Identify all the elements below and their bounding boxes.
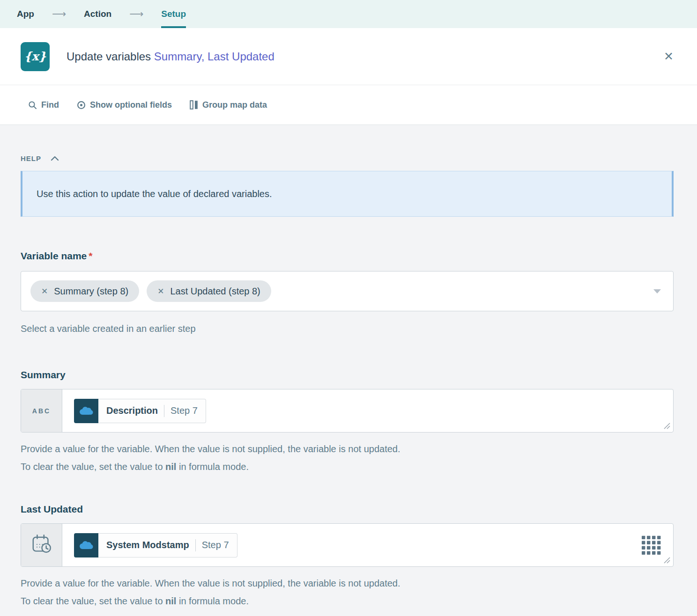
required-marker: * (89, 250, 92, 261)
helper-line-2: To clear the value, set the value to nil… (21, 592, 674, 610)
pill-label: Last Updated (step 8) (170, 286, 260, 297)
help-message-box: Use this action to update the value of d… (21, 171, 674, 217)
datapill-picker-grid-icon[interactable] (642, 535, 661, 555)
title-prefix: Update variables (67, 50, 154, 63)
search-icon (28, 101, 37, 110)
variable-pill-last-updated: ✕ Last Updated (step 8) (147, 280, 271, 302)
helper-nil: nil (165, 462, 176, 472)
helper-line-2-pre: To clear the value, set the value to (21, 596, 165, 606)
action-header: {x} Update variables Summary, Last Updat… (0, 28, 697, 85)
resize-handle-icon[interactable] (662, 556, 671, 564)
help-label: HELP (21, 154, 41, 162)
helper-line-2-pre: To clear the value, set the value to (21, 462, 165, 472)
helper-line-1: Provide a value for the variable. When t… (21, 440, 674, 458)
last-updated-label: Last Updated (21, 504, 674, 515)
title-variables-link[interactable]: Summary, Last Updated (154, 50, 274, 63)
group-map-data-label: Group map data (202, 100, 267, 110)
group-map-data-button[interactable]: Group map data (190, 100, 267, 110)
show-optional-fields-button[interactable]: Show optional fields (77, 100, 172, 110)
datapill-label: System Modstamp Step 7 (98, 533, 237, 557)
variable-name-helper: Select a variable created in an earlier … (21, 320, 674, 337)
salesforce-icon (74, 399, 98, 423)
variable-name-label: Variable name* (21, 250, 674, 262)
variable-name-label-text: Variable name (21, 250, 87, 261)
summary-label: Summary (21, 369, 674, 381)
helper-line-1: Provide a value for the variable. When t… (21, 574, 674, 592)
help-message: Use this action to update the value of d… (37, 189, 272, 199)
dropdown-caret-icon[interactable] (653, 289, 661, 293)
calendar-clock-icon (31, 534, 52, 557)
field-toolbar: Find Show optional fields Group map data (0, 85, 697, 125)
datapill-description[interactable]: Description Step 7 (74, 399, 206, 423)
last-updated-value-field[interactable]: System Modstamp Step 7 (21, 523, 674, 567)
last-updated-helper: Provide a value for the variable. When t… (21, 574, 674, 610)
breadcrumb-item-action[interactable]: Action (84, 0, 111, 28)
divider (195, 539, 196, 551)
help-toggle-row: HELP (21, 154, 674, 162)
breadcrumb-arrow-icon: ⟶ (52, 0, 66, 28)
show-optional-fields-label: Show optional fields (90, 100, 172, 110)
page-title: Update variables Summary, Last Updated (67, 50, 274, 63)
summary-helper: Provide a value for the variable. When t… (21, 440, 674, 476)
eye-icon (77, 101, 86, 110)
summary-value-field[interactable]: ABC Description Step 7 (21, 389, 674, 433)
datapill-label: Description Step 7 (98, 399, 206, 423)
datapill-step: Step 7 (171, 405, 198, 416)
variable-pill-summary: ✕ Summary (step 8) (30, 280, 139, 302)
helper-nil: nil (165, 596, 176, 606)
remove-pill-icon[interactable]: ✕ (41, 286, 48, 296)
abc-type-icon: ABC (32, 407, 51, 415)
breadcrumb-item-app[interactable]: App (17, 0, 34, 28)
remove-pill-icon[interactable]: ✕ (157, 286, 164, 296)
salesforce-icon (74, 533, 98, 557)
setup-form: HELP Use this action to update the value… (0, 154, 697, 610)
datapill-system-modstamp[interactable]: System Modstamp Step 7 (74, 533, 237, 557)
datapill-field-name: Description (106, 405, 158, 416)
datapill-step: Step 7 (202, 540, 229, 550)
helper-line-2-post: in formula mode. (176, 596, 249, 606)
datetime-type-prefix (21, 524, 62, 566)
chevron-up-icon[interactable] (51, 156, 59, 161)
divider (164, 405, 164, 417)
resize-handle-icon[interactable] (662, 421, 671, 430)
group-bars-icon (190, 100, 198, 110)
find-label: Find (41, 100, 59, 110)
pill-label: Summary (step 8) (54, 286, 128, 297)
helper-line-2-post: in formula mode. (176, 462, 249, 472)
breadcrumb: App ⟶ Action ⟶ Setup (0, 0, 697, 28)
breadcrumb-arrow-icon: ⟶ (129, 0, 143, 28)
datapill-field-name: System Modstamp (106, 540, 189, 550)
variable-name-select[interactable]: ✕ Summary (step 8) ✕ Last Updated (step … (21, 271, 674, 311)
variables-action-icon: {x} (21, 42, 50, 71)
find-button[interactable]: Find (28, 100, 59, 110)
text-type-prefix: ABC (21, 389, 62, 432)
breadcrumb-item-setup[interactable]: Setup (161, 0, 186, 28)
close-icon[interactable]: ✕ (661, 48, 676, 65)
helper-line-2: To clear the value, set the value to nil… (21, 458, 674, 476)
